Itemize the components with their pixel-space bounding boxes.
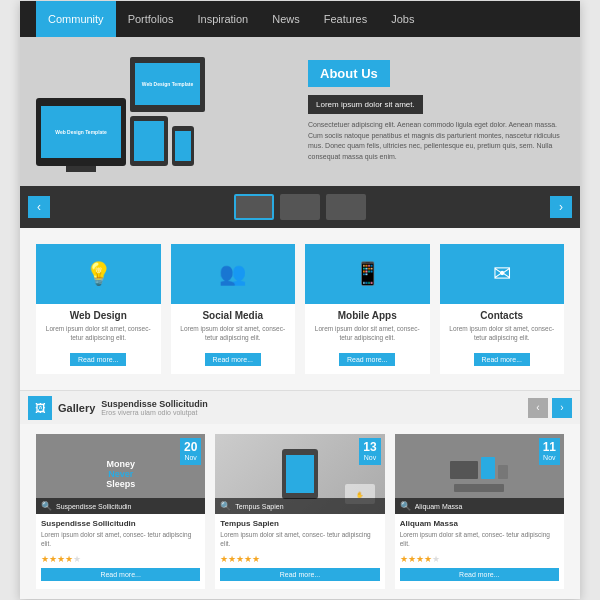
feature-desc-1: Lorem ipsum dolor sit amet, consec- tetu… [171,324,296,348]
feature-title-1: Social Media [171,304,296,324]
hero-text: About Us Lorem ipsum dolor sit amet. Con… [308,60,564,162]
search-icon-0: 🔍 [41,501,52,511]
hero-devices: Web Design Template Web Design Template [36,57,292,166]
feature-link-3[interactable]: Read more... [474,353,530,366]
gallery-stars-1: ★★★★★ [215,552,384,568]
monitor-screen: Web Design Template [41,106,121,158]
date-badge-2: 11 Nov [539,438,560,465]
slider-thumb-3[interactable] [326,194,366,220]
feature-icon-social-media: 👥 [171,244,296,304]
about-badge: About Us [308,60,390,87]
date-badge-0: 20 Nov [180,438,201,465]
feature-link-1[interactable]: Read more... [205,353,261,366]
gallery-icon: 🖼 [28,396,52,420]
feature-icon-contacts: ✉ [440,244,565,304]
gallery-cards-section: Money Never Sleeps 20 Nov 🔍 Suspendisse … [20,424,580,599]
gallery-title: Gallery [58,402,95,414]
gallery-caption-text-1: Tempus Sapien [235,503,283,510]
gallery-caption-text-0: Suspendisse Sollicitudin [56,503,132,510]
laptop-text: Web Design Template [142,81,194,87]
device-monitor: Web Design Template [36,98,126,166]
gallery-card-link-2[interactable]: Read more... [400,568,559,581]
feature-link-0[interactable]: Read more... [70,353,126,366]
feature-icon-web-design: 💡 [36,244,161,304]
feature-icon-mobile-apps: 📱 [305,244,430,304]
feature-card-mobile-apps: 📱 Mobile Apps Lorem ipsum dolor sit amet… [305,244,430,374]
device-laptop: Web Design Template [130,57,205,112]
slider-bar: ‹ › [20,186,580,228]
nav-jobs[interactable]: Jobs [379,1,426,37]
gallery-stars-0: ★★★★★ [36,552,205,568]
feature-title-0: Web Design [36,304,161,324]
slider-prev[interactable]: ‹ [28,196,50,218]
nav-inspiration[interactable]: Inspiration [185,1,260,37]
lorem-badge: Lorem ipsum dolor sit amet. [308,95,423,114]
features-section: 💡 Web Design Lorem ipsum dolor sit amet,… [20,228,580,390]
gallery-img-0: Money Never Sleeps 20 Nov 🔍 Suspendisse … [36,434,205,514]
gallery-card-title-1: Tempus Sapien [215,514,384,530]
slider-thumb-2[interactable] [280,194,320,220]
nav-features[interactable]: Features [312,1,379,37]
gallery-title-text: Gallery [58,402,95,414]
gallery-arrows: ‹ › [528,398,572,418]
hero-description: Consectetuer adipiscing elit. Aenean com… [308,120,564,162]
feature-card-contacts: ✉ Contacts Lorem ipsum dolor sit amet, c… [440,244,565,374]
gallery-card-2: 11 Nov 🔍 Aliquam Massa Aliquam Massa Lor… [395,434,564,589]
date-badge-1: 13 Nov [359,438,380,465]
gallery-card-link-0[interactable]: Read more... [41,568,200,581]
gallery-label: 🖼 Gallery Suspendisse Sollicitudin Eros … [28,396,208,420]
navbar: Community Portfolios Inspiration News Fe… [20,1,580,37]
slider-thumbs [234,194,366,220]
gallery-caption-1: 🔍 Tempus Sapien [215,498,384,514]
website-mockup: Community Portfolios Inspiration News Fe… [20,1,580,599]
gallery-card-desc-2: Lorem ipsum dolor sit amet, consec- tetu… [395,530,564,552]
gallery-prev[interactable]: ‹ [528,398,548,418]
feature-desc-3: Lorem ipsum dolor sit amet, consec- tetu… [440,324,565,348]
feature-desc-2: Lorem ipsum dolor sit amet, consec- tetu… [305,324,430,348]
device-tablet [130,116,168,166]
hero-section: Web Design Template Web Design Template [20,37,580,186]
feature-desc-0: Lorem ipsum dolor sit amet, consec- tetu… [36,324,161,348]
search-icon-1: 🔍 [220,501,231,511]
gallery-card-desc-1: Lorem ipsum dolor sit amet, consec- tetu… [215,530,384,552]
gallery-subtitle-block: Suspendisse Sollicitudin Eros viverra ul… [101,399,208,416]
nav-news[interactable]: News [260,1,312,37]
money-text: Money Never Sleeps [106,459,135,489]
gallery-subtitle: Suspendisse Sollicitudin [101,399,208,409]
gallery-card-desc-0: Lorem ipsum dolor sit amet, consec- tetu… [36,530,205,552]
slider-next[interactable]: › [550,196,572,218]
slider-thumb-1[interactable] [234,194,274,220]
nav-portfolios[interactable]: Portfolios [116,1,186,37]
gallery-subtitle2: Eros viverra ulam odio volutpat [101,409,208,416]
gallery-img-2: 11 Nov 🔍 Aliquam Massa [395,434,564,514]
gallery-bar: 🖼 Gallery Suspendisse Sollicitudin Eros … [20,390,580,424]
feature-link-2[interactable]: Read more... [339,353,395,366]
gallery-caption-0: 🔍 Suspendisse Sollicitudin [36,498,205,514]
device-phone [172,126,194,166]
tablet-screen [134,121,164,161]
feature-card-social-media: 👥 Social Media Lorem ipsum dolor sit ame… [171,244,296,374]
gallery-card-1: ✋ 13 Nov 🔍 Tempus Sapien Tempus Sapien L… [215,434,384,589]
gallery-card-title-2: Aliquam Massa [395,514,564,530]
gallery-next[interactable]: › [552,398,572,418]
feature-title-2: Mobile Apps [305,304,430,324]
nav-community[interactable]: Community [36,1,116,37]
gallery-card-title-0: Suspendisse Sollicitudin [36,514,205,530]
laptop-screen: Web Design Template [135,63,200,105]
search-icon-2: 🔍 [400,501,411,511]
gallery-stars-2: ★★★★★ [395,552,564,568]
gallery-img-1: ✋ 13 Nov 🔍 Tempus Sapien [215,434,384,514]
phone-screen [175,131,191,161]
feature-card-web-design: 💡 Web Design Lorem ipsum dolor sit amet,… [36,244,161,374]
monitor-text: Web Design Template [55,129,107,135]
feature-title-3: Contacts [440,304,565,324]
gallery-caption-text-2: Aliquam Massa [415,503,463,510]
gallery-caption-2: 🔍 Aliquam Massa [395,498,564,514]
gallery-card-link-1[interactable]: Read more... [220,568,379,581]
gallery-card-0: Money Never Sleeps 20 Nov 🔍 Suspendisse … [36,434,205,589]
